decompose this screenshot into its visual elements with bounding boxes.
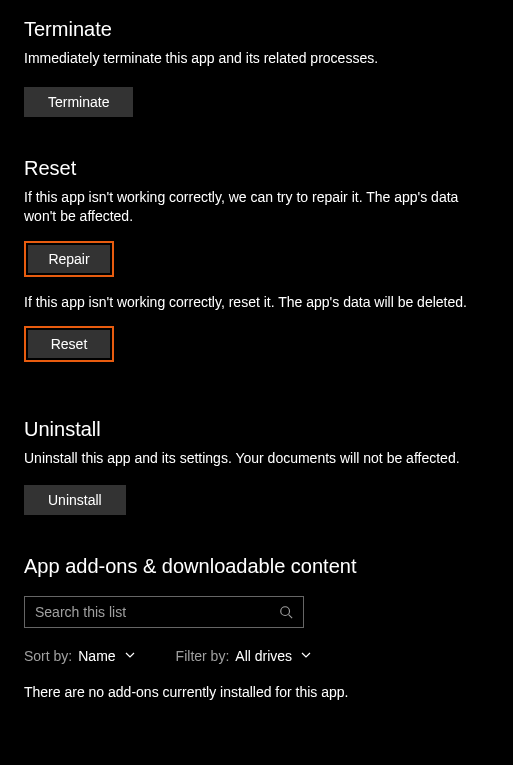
chevron-down-icon bbox=[300, 648, 312, 664]
reset-section: Reset If this app isn't working correctl… bbox=[24, 157, 489, 379]
addons-section: App add-ons & downloadable content Sort … bbox=[24, 555, 489, 700]
addons-title: App add-ons & downloadable content bbox=[24, 555, 489, 578]
filter-row: Sort by: Name Filter by: All drives bbox=[24, 648, 489, 664]
repair-desc: If this app isn't working correctly, we … bbox=[24, 188, 489, 227]
filter-value: All drives bbox=[235, 648, 292, 664]
sort-value: Name bbox=[78, 648, 115, 664]
terminate-section: Terminate Immediately terminate this app… bbox=[24, 18, 489, 117]
search-input[interactable] bbox=[25, 598, 269, 626]
reset-button-highlight: Reset bbox=[24, 326, 114, 362]
sort-by-dropdown[interactable]: Sort by: Name bbox=[24, 648, 136, 664]
uninstall-desc: Uninstall this app and its settings. You… bbox=[24, 449, 489, 469]
reset-desc: If this app isn't working correctly, res… bbox=[24, 293, 489, 313]
svg-line-1 bbox=[289, 615, 293, 619]
uninstall-button[interactable]: Uninstall bbox=[24, 485, 126, 515]
sort-label: Sort by: bbox=[24, 648, 72, 664]
svg-point-0 bbox=[281, 607, 290, 616]
filter-by-dropdown[interactable]: Filter by: All drives bbox=[176, 648, 312, 664]
repair-button[interactable]: Repair bbox=[28, 245, 110, 273]
repair-button-highlight: Repair bbox=[24, 241, 114, 277]
terminate-title: Terminate bbox=[24, 18, 489, 41]
chevron-down-icon bbox=[124, 648, 136, 664]
uninstall-title: Uninstall bbox=[24, 418, 489, 441]
addons-empty-message: There are no add-ons currently installed… bbox=[24, 684, 489, 700]
reset-title: Reset bbox=[24, 157, 489, 180]
reset-button[interactable]: Reset bbox=[28, 330, 110, 358]
terminate-button[interactable]: Terminate bbox=[24, 87, 133, 117]
search-box[interactable] bbox=[24, 596, 304, 628]
terminate-desc: Immediately terminate this app and its r… bbox=[24, 49, 489, 69]
search-icon[interactable] bbox=[269, 605, 303, 619]
uninstall-section: Uninstall Uninstall this app and its set… bbox=[24, 418, 489, 515]
filter-label: Filter by: bbox=[176, 648, 230, 664]
